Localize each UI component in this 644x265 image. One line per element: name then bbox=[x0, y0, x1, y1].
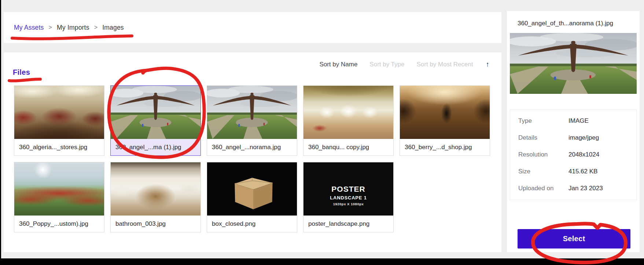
file-grid: 360_algeria..._stores.jpg bbox=[14, 85, 490, 239]
breadcrumb-images: Images bbox=[102, 24, 124, 32]
file-name: box_closed.png bbox=[207, 216, 297, 232]
property-value: 415.62 KB bbox=[568, 168, 597, 175]
property-uploaded-on: Uploaded on Jan 23 2023 bbox=[518, 185, 636, 192]
asset-title: 360_angel_of_th...anorama (1).jpg bbox=[518, 20, 631, 27]
window-left-edge bbox=[0, 0, 1, 258]
file-grid-row: 360_Poppy_...ustom).jpg bathroom_003.jpg bbox=[14, 162, 490, 232]
file-name: 360_angel_...norama.jpg bbox=[207, 139, 297, 155]
property-label: Uploaded on bbox=[518, 185, 568, 192]
file-name: 360_algeria..._stores.jpg bbox=[14, 139, 104, 155]
thumbnail-poster-placeholder: POSTER LANDSCAPE 1 1920px X 1080px bbox=[303, 162, 393, 216]
sort-by-name[interactable]: Sort by Name bbox=[319, 61, 357, 68]
file-tile-berry-shop[interactable]: 360_berry_...d_shop.jpg bbox=[400, 85, 490, 156]
window-bottom-bar bbox=[0, 258, 644, 265]
file-tile-poppy-field[interactable]: 360_Poppy_...ustom).jpg bbox=[14, 162, 104, 232]
breadcrumb-separator-icon: > bbox=[94, 24, 98, 31]
thumbnail-360-pano-banquet-hall bbox=[303, 86, 393, 139]
property-label: Type bbox=[518, 117, 568, 125]
file-tile-poster-landscape[interactable]: POSTER LANDSCAPE 1 1920px X 1080px poste… bbox=[303, 162, 394, 232]
poster-subtitle-text: LANDSCAPE 1 bbox=[330, 195, 367, 200]
file-name: poster_landscape.png bbox=[303, 216, 393, 232]
file-tile-box-closed[interactable]: box_closed.png bbox=[207, 162, 297, 232]
thumbnail-360-pano-store bbox=[14, 86, 104, 139]
thumbnail-cardboard-box bbox=[207, 162, 297, 216]
sort-bar: Sort by Name Sort by Type Sort by Most R… bbox=[319, 59, 489, 70]
asset-preview-360-pano-angel bbox=[510, 33, 637, 94]
thumbnail-360-pano-berry-shop bbox=[400, 86, 490, 139]
thumbnail-360-pano-angel bbox=[207, 86, 297, 139]
file-name: bathroom_003.jpg bbox=[111, 216, 200, 232]
sort-direction-arrow-icon[interactable]: ↑ bbox=[486, 60, 490, 69]
property-size: Size 415.62 KB bbox=[518, 168, 636, 175]
property-label: Resolution bbox=[518, 151, 568, 158]
property-details: Details image/jpeg bbox=[518, 134, 636, 141]
asset-detail-panel: 360_angel_of_th...anorama (1).jpg Type I… bbox=[507, 11, 640, 252]
property-label: Size bbox=[518, 168, 568, 175]
breadcrumb: My Assets > My Imports > Images bbox=[14, 12, 124, 43]
file-tile-algeria-stores[interactable]: 360_algeria..._stores.jpg bbox=[14, 85, 104, 156]
breadcrumb-my-assets[interactable]: My Assets bbox=[14, 24, 44, 32]
file-tile-angel-1-selected[interactable]: 360_angel_...ma (1).jpg bbox=[110, 85, 201, 156]
sort-by-type[interactable]: Sort by Type bbox=[369, 61, 404, 68]
select-button[interactable]: Select bbox=[518, 229, 630, 249]
thumbnail-360-pano-bathroom bbox=[111, 162, 200, 216]
breadcrumb-my-imports[interactable]: My Imports bbox=[57, 24, 89, 32]
poster-dimensions-text: 1920px X 1080px bbox=[333, 202, 364, 206]
file-grid-row: 360_algeria..._stores.jpg bbox=[14, 85, 490, 156]
property-resolution: Resolution 2048x1024 bbox=[518, 151, 636, 158]
files-heading: Files bbox=[13, 68, 30, 77]
breadcrumb-separator-icon: > bbox=[49, 24, 52, 31]
poster-title-text: POSTER bbox=[331, 185, 365, 194]
sort-by-most-recent[interactable]: Sort by Most Recent bbox=[416, 61, 473, 68]
property-type: Type IMAGE bbox=[518, 117, 636, 125]
thumbnail-360-pano-poppy-field bbox=[14, 162, 104, 216]
file-name: 360_berry_...d_shop.jpg bbox=[400, 139, 490, 155]
property-value: 2048x1024 bbox=[568, 151, 599, 158]
files-panel: Files Sort by Name Sort by Type Sort by … bbox=[4, 52, 501, 252]
property-value: IMAGE bbox=[568, 117, 589, 125]
property-label: Details bbox=[518, 134, 568, 141]
property-value: Jan 23 2023 bbox=[568, 185, 603, 192]
file-name: 360_angel_...ma (1).jpg bbox=[111, 139, 200, 155]
file-name: 360_Poppy_...ustom).jpg bbox=[14, 216, 104, 232]
asset-properties: Type IMAGE Details image/jpeg Resolution… bbox=[510, 109, 637, 200]
file-tile-banquet[interactable]: 360_banqu... copy.jpg bbox=[303, 85, 394, 156]
file-tile-bathroom[interactable]: bathroom_003.jpg bbox=[110, 162, 201, 232]
thumbnail-360-pano-angel bbox=[111, 86, 200, 139]
property-value: image/jpeg bbox=[568, 134, 599, 141]
file-name: 360_banqu... copy.jpg bbox=[303, 139, 393, 155]
breadcrumb-panel: My Assets > My Imports > Images bbox=[4, 12, 501, 43]
file-tile-angel-2[interactable]: 360_angel_...norama.jpg bbox=[207, 85, 297, 156]
